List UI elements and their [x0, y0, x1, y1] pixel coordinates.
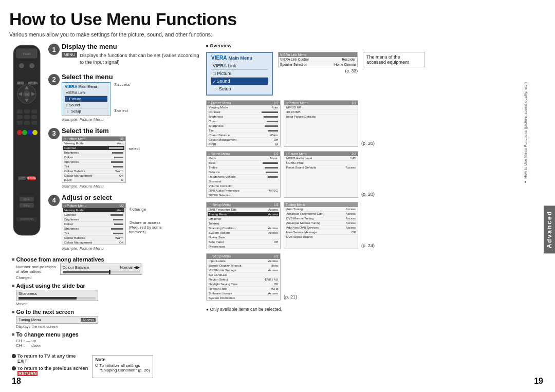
setup2-p-note: (p. 21) [284, 294, 297, 300]
subsection-next-title: Go to the next screen [12, 309, 199, 315]
overview-label: Overview [206, 43, 546, 48]
advanced-label: Advanced [544, 206, 555, 253]
svg-rect-21 [31, 115, 37, 119]
note-box-content: To initialize all settings "Shipping Con… [95, 363, 150, 372]
vlm-row2: Speaker SelectionHome Cinema [279, 62, 357, 67]
svg-point-27 [27, 130, 32, 135]
page-numbers: 18 19 [9, 377, 546, 386]
step3-menu: □ Picture Menu1/2 Viewing ModeAuto Contr… [62, 136, 126, 183]
viera-link-box: VIERA Link Menu VIERA Link ControlRecord… [278, 52, 358, 67]
svg-text:SURROUND: SURROUND [20, 218, 34, 221]
sound-panel-1: ♪ Sound Menu1/2 ModeMusic Bass Treble Ba… [206, 151, 281, 198]
ch-down: CH ↓ — down [16, 343, 199, 348]
step-2-title: Select the menu [62, 73, 199, 81]
step-1-num: 1 [48, 44, 60, 55]
sound-panels-row: ♪ Sound Menu1/2 ModeMusic Bass Treble Ba… [206, 151, 546, 198]
step4-menu: □ Picture Menu1/2 Viewing ModeAuto Contr… [62, 203, 126, 245]
svg-point-4 [29, 63, 34, 68]
step3-select: select [129, 146, 140, 151]
setup-panels-row: ⋮ Setup Menu1/2 DVB Favourites EditAcces… [206, 202, 546, 249]
svg-text:CH ∨: CH ∨ [24, 204, 30, 207]
svg-rect-18 [31, 109, 37, 114]
menu-sound: ♪Sound [211, 78, 268, 85]
main-menu-box: VIERA Main Menu VIERA Link □Picture ♪Sou… [206, 52, 273, 96]
choose-content: Number and positionsof alternatives Colo… [12, 264, 199, 275]
sound-panel-2: ♪ Sound Menu2/2 MPEG Audio Level0dB HDMI… [284, 151, 358, 198]
step-4-title: Adjust or select [62, 194, 199, 201]
next-desc: Displays the next screen [16, 324, 199, 329]
remote-control: VIERA OK [9, 43, 44, 244]
left-column: VIERA OK [9, 43, 199, 387]
svg-point-3 [19, 63, 24, 68]
subsections: Choose from among alternatives Number an… [9, 256, 199, 350]
the-menu-note-box: The menu of the accessed equipment [363, 52, 424, 67]
setup-panel-2: ⋮ Setup Menu2/2 Input LabelsAccess Banne… [206, 253, 281, 301]
colour-balance-bar: Colour Balance Normal ◀▶ [60, 264, 142, 275]
step-3-num: 3 [48, 128, 60, 139]
step-2-content: Select the menu VIERA Main Menu VIERA Li… [62, 73, 199, 122]
svg-rect-22 [17, 121, 23, 125]
step-3-content: Select the item □ Picture Menu1/2 [62, 127, 199, 189]
svg-rect-19 [17, 115, 23, 119]
note-return-prev: To return to the previous screen RETURN [12, 366, 88, 376]
sound-p-note: (p. 20) [361, 192, 375, 197]
step4-change: ①change [129, 207, 161, 212]
svg-text:EXIT: EXIT [20, 177, 25, 180]
step2-access: ②access [114, 82, 130, 87]
step-1: 1 Display the menu MENU Displays the fun… [48, 43, 199, 68]
svg-text:OK: OK [25, 93, 30, 96]
vlm-note: (p. 33) [278, 68, 358, 73]
page-num-left: 18 [12, 377, 21, 386]
step2-item-sound: ♪ Sound [65, 102, 107, 108]
step4-annotations: ①change ②store or access(Required by som… [129, 203, 161, 239]
svg-rect-23 [24, 121, 30, 125]
step2-item-link: VIERA Link [65, 90, 107, 96]
page-container: How to Use Menu Functions Various menus … [0, 0, 555, 392]
changed-label: Changed [12, 275, 199, 280]
step4-rows: Viewing ModeAuto Contrast Brightness Col… [62, 208, 125, 245]
step2-menu-title: VIERA Main Menu [65, 84, 107, 89]
picture-panel-2: □ Picture Menu2/2 MP/SD NR 3D-COMB Input… [284, 100, 358, 147]
step-1-content: Display the menu MENU Displays the funct… [62, 43, 199, 68]
subsection-slide-title: Adjust using the slide bar [12, 283, 199, 289]
step-4-num: 4 [48, 195, 60, 206]
step2-item-setup: ⋮ Setup [65, 108, 107, 114]
main-menu-brand: VIERA Main Menu [211, 55, 268, 61]
step4-store: ②store or access(Required by somefunctio… [129, 220, 161, 234]
step2-item-picture: □ Picture [65, 96, 107, 102]
subsection-next: Go to the next screen Tuning Menu Access… [12, 309, 199, 329]
sharpness-bar: Sharpness [16, 290, 98, 301]
viera-link-panel: VIERA Link Menu VIERA Link ControlRecord… [278, 52, 358, 73]
right-column: Overview VIERA Main Menu VIERA Link □Pic… [203, 43, 546, 387]
step-1-title: Display the menu [62, 43, 199, 50]
step2-annotations: ②access ①select [114, 82, 130, 113]
step4-menu-hdr: □ Picture Menu1/2 [62, 203, 125, 208]
svg-rect-17 [24, 109, 30, 114]
cb-label: Colour Balance [63, 265, 89, 270]
step-4-example: example: Picture Menu [62, 246, 199, 251]
step2-menu: VIERA Main Menu VIERA Link □ Picture ♪ S… [62, 82, 110, 116]
page-subtitle: Various menus allow you to make settings… [9, 31, 546, 38]
step-1-desc: Displays the functions that can be set (… [80, 52, 199, 66]
step-4: 4 Adjust or select □ Picture Menu1/2 [48, 194, 199, 251]
note-return-tv: To return to TV at any time EXIT [12, 353, 88, 364]
slide-content: Sharpness Moved [12, 290, 199, 306]
step-3-example: example: Picture Menu [62, 184, 199, 189]
choose-desc: Number and positionsof alternatives [16, 265, 56, 274]
subsection-pages-title: To change menu pages [12, 331, 199, 338]
step3-menu-hdr: □ Picture Menu1/2 [62, 137, 125, 141]
picture-p-note: (p. 20) [361, 141, 375, 146]
moved-label: Moved [16, 302, 199, 306]
subsection-choose-title: Choose from among alternatives [12, 256, 199, 263]
menu-setup: ⋮Setup [211, 85, 268, 92]
svg-rect-16 [17, 109, 23, 114]
ch-up: CH ↑ — up [16, 339, 199, 343]
svg-point-28 [32, 130, 38, 135]
svg-text:CH ∧: CH ∧ [24, 198, 30, 201]
page-title: How to Use Menu Functions [9, 9, 546, 29]
vlm-hdr: VIERA Link Menu [279, 52, 357, 57]
svg-point-26 [22, 130, 27, 135]
step-2: 2 Select the menu VIERA Main Menu [48, 73, 199, 122]
menu-label: MENU [62, 52, 77, 58]
picture-panels-row: □ Picture Menu1/2 Viewing ModeAuto Contr… [206, 100, 546, 147]
